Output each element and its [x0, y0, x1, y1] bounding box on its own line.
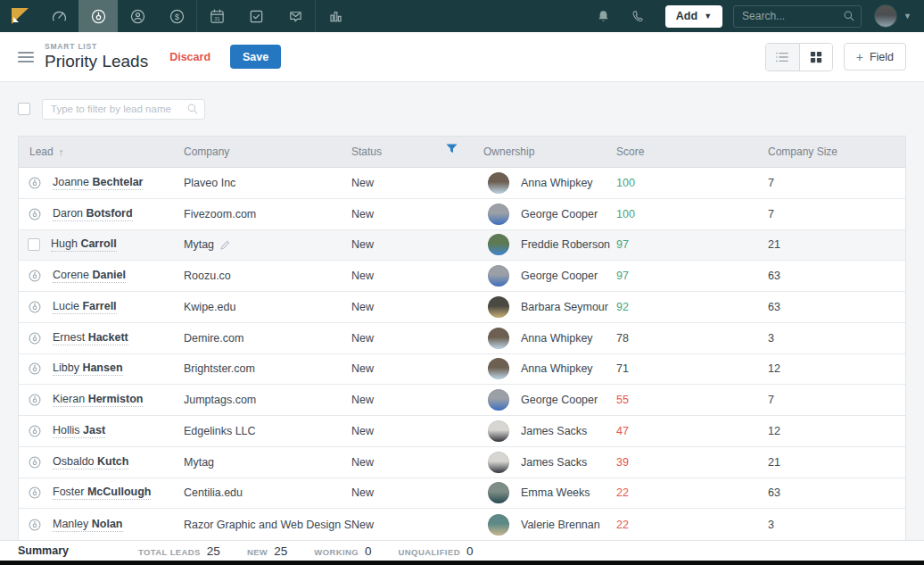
discard-button[interactable]: Discard: [169, 51, 210, 63]
lead-last-name: Bechtelar: [93, 176, 144, 188]
table-row[interactable]: Joanne BechtelarPlaveo IncNewAnna Whipke…: [19, 168, 905, 199]
lead-name-link[interactable]: Foster McCullough: [53, 486, 151, 500]
summary-stat: WORKING0: [314, 544, 371, 558]
notifications-bell-icon[interactable]: [596, 9, 611, 24]
owner-avatar: [488, 296, 509, 318]
lead-score: 47: [616, 425, 763, 437]
lead-status-icon: [28, 269, 42, 283]
nav-opportunities[interactable]: $: [157, 0, 196, 32]
table-row[interactable]: Lucie FarrellKwipe.eduNewBarbara Seymour…: [19, 292, 905, 323]
grid-view-icon: [810, 51, 822, 63]
lead-status: New: [351, 177, 479, 189]
lead-name-link[interactable]: Joanne Bechtelar: [53, 176, 143, 190]
lead-name-link[interactable]: Libby Hansen: [53, 361, 123, 376]
table-row[interactable]: Libby HansenBrightster.comNewAnna Whipke…: [19, 354, 905, 386]
stat-label: UNQUALIFIED: [399, 547, 460, 557]
lead-score: 97: [616, 270, 763, 282]
lead-name-link[interactable]: Osbaldo Kutch: [53, 455, 128, 469]
svg-text:$: $: [174, 11, 179, 21]
lead-status: New: [351, 394, 479, 406]
company-size: 12: [763, 362, 905, 375]
table-header-row: Lead ↑ Company Status Ownership Score Co…: [19, 136, 905, 168]
owner-avatar: [488, 204, 509, 225]
lead-status-icon: [28, 300, 42, 314]
lead-status: New: [351, 362, 479, 375]
opportunities-icon: $: [169, 8, 186, 25]
bottom-bar: [0, 561, 924, 565]
user-menu-caret-icon[interactable]: ▼: [903, 12, 912, 21]
column-header-ownership[interactable]: Ownership: [479, 145, 616, 158]
calendar-icon: 31: [209, 8, 226, 25]
summary-label: Summary: [18, 544, 69, 557]
user-avatar[interactable]: [874, 4, 897, 28]
menu-icon[interactable]: [18, 49, 34, 65]
select-all-checkbox[interactable]: [18, 103, 30, 115]
list-view-button[interactable]: [766, 44, 799, 71]
add-button[interactable]: Add ▼: [665, 5, 722, 28]
nav-conversations[interactable]: [276, 0, 315, 32]
column-header-score[interactable]: Score: [616, 145, 763, 158]
summary-stat: NEW25: [247, 544, 287, 558]
edit-pencil-icon[interactable]: [220, 240, 230, 250]
column-header-lead[interactable]: Lead ↑: [19, 145, 184, 158]
page-header: SMART LIST Priority Leads Discard Save +…: [0, 32, 924, 82]
company-size: 3: [763, 519, 905, 531]
app-logo[interactable]: [0, 0, 39, 32]
save-button[interactable]: Save: [230, 45, 281, 69]
nav-dashboard[interactable]: [39, 0, 78, 32]
lead-name-link[interactable]: Kieran Hermiston: [53, 393, 143, 407]
lead-name-link[interactable]: Ernest Hackett: [53, 331, 128, 345]
lead-status: New: [351, 301, 479, 313]
lead-first-name: Hugh: [51, 237, 78, 250]
table-row[interactable]: Corene DanielRoozu.coNewGeorge Cooper976…: [19, 261, 905, 292]
table-row[interactable]: Foster McCulloughCentilia.eduNewEmma Wee…: [19, 478, 905, 510]
table-row[interactable]: Hollis JastEdgelinks LLCNewJames Sacks47…: [19, 416, 905, 447]
column-header-company-size[interactable]: Company Size: [763, 145, 905, 158]
summary-stat: UNQUALIFIED0: [399, 544, 474, 558]
lead-name-link[interactable]: Corene Daniel: [53, 269, 126, 283]
lead-status-icon: [28, 424, 42, 438]
company-size: 7: [763, 177, 905, 189]
row-checkbox[interactable]: [28, 238, 40, 251]
phone-icon[interactable]: [631, 9, 646, 24]
lead-filter-input[interactable]: [42, 99, 205, 120]
lead-last-name: Nolan: [92, 518, 123, 530]
status-filter-icon[interactable]: [446, 144, 458, 157]
company-name: Mytag: [184, 238, 214, 251]
column-header-status[interactable]: Status: [351, 145, 479, 158]
table-row[interactable]: Kieran HermistonJumptags.comNewGeorge Co…: [19, 385, 905, 416]
filter-search-icon: [186, 103, 199, 119]
lead-status: New: [351, 238, 479, 251]
column-header-company[interactable]: Company: [184, 145, 351, 158]
lead-name-link[interactable]: Hollis Jast: [53, 424, 105, 438]
owner-name: Anna Whipkey: [521, 177, 593, 189]
table-row[interactable]: Manley NolanRazor Graphic and Web Design…: [19, 509, 905, 540]
lead-status-icon: [28, 207, 42, 221]
add-field-button[interactable]: + Field: [844, 43, 906, 71]
lead-status: New: [351, 208, 479, 220]
lead-first-name: Libby: [53, 361, 79, 374]
nav-tasks[interactable]: [236, 0, 276, 32]
table-row[interactable]: Ernest HackettDemire.comNewAnna Whipkey7…: [19, 323, 905, 354]
table-row[interactable]: Daron BotsfordFivezoom.comNewGeorge Coop…: [19, 199, 905, 230]
dashboard-icon: [51, 8, 68, 25]
nav-contacts[interactable]: [118, 0, 157, 32]
nav-calendar[interactable]: 31: [197, 0, 236, 32]
nav-leads[interactable]: [78, 0, 118, 32]
lead-name-link[interactable]: Manley Nolan: [53, 518, 123, 532]
lead-name-link[interactable]: Daron Botsford: [53, 207, 133, 221]
stat-value: 0: [365, 544, 372, 558]
lead-name-link[interactable]: Hugh Carroll: [51, 237, 117, 252]
grid-view-button[interactable]: [799, 44, 832, 71]
lead-status-icon: [28, 486, 42, 500]
list-view-icon: [775, 51, 789, 63]
lead-last-name: Hackett: [88, 331, 128, 344]
lead-name-link[interactable]: Lucie Farrell: [53, 300, 117, 314]
owner-avatar: [488, 482, 509, 503]
nav-reports[interactable]: [316, 0, 355, 32]
owner-avatar: [488, 389, 509, 411]
view-toggle: [765, 43, 833, 71]
conversations-icon: [287, 8, 304, 25]
table-row[interactable]: Hugh CarrollMytagNewFreddie Roberson9721: [19, 230, 905, 262]
table-row[interactable]: Osbaldo KutchMytagNewJames Sacks3921: [19, 447, 905, 478]
